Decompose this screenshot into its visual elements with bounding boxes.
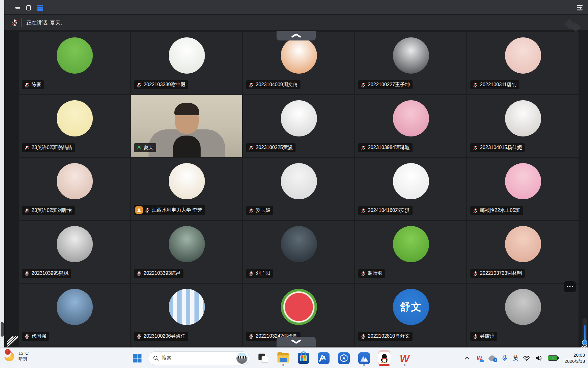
participant-tile[interactable]: 2022103242邵淦圆 xyxy=(243,284,354,346)
participant-tile[interactable]: 23英语02班谢晶晶 xyxy=(19,95,130,157)
participant-avatar: 舒文 xyxy=(393,289,429,325)
participant-avatar xyxy=(505,289,541,325)
participant-tile[interactable]: 刘子阳 xyxy=(243,221,354,283)
participant-tile[interactable]: 谢晴羽 xyxy=(355,221,466,283)
tray-chevron-up-icon[interactable] xyxy=(463,355,471,362)
divider xyxy=(21,18,22,27)
start-button[interactable] xyxy=(132,353,142,363)
participant-name: 2022102810肖舒文 xyxy=(368,333,410,339)
scroll-previous-page-button[interactable] xyxy=(277,31,316,40)
task-view-icon[interactable] xyxy=(257,350,269,366)
mic-muted-icon xyxy=(360,334,366,339)
app-a-hex-icon[interactable]: A xyxy=(338,350,350,366)
mic-muted-icon xyxy=(248,208,254,213)
search-daily-image[interactable] xyxy=(236,353,247,364)
participant-name: 2023103984谭琳璇 xyxy=(368,144,410,151)
participant-tile[interactable]: 2023103995熊枫 xyxy=(19,221,130,283)
participant-avatar xyxy=(169,289,205,325)
qq-icon[interactable] xyxy=(378,350,390,366)
participant-label: 郦祯怡22水工05班 xyxy=(470,206,523,215)
participant-tile[interactable]: 2024104160邓安淇 xyxy=(355,158,466,220)
ime-language-indicator[interactable]: 英 xyxy=(513,355,518,362)
meeting-app-icon[interactable] xyxy=(358,350,370,366)
participant-avatar xyxy=(281,100,317,136)
participant-avatar xyxy=(169,163,205,199)
participant-avatar xyxy=(393,100,429,136)
wps-office-icon[interactable]: W xyxy=(398,350,411,366)
layout-switcher-icon[interactable] xyxy=(36,4,44,12)
battery-charging-icon[interactable]: ⚡ xyxy=(547,355,559,362)
scroll-next-page-button[interactable] xyxy=(277,337,316,347)
annotation-pen-tool[interactable] xyxy=(582,318,587,346)
participant-name: 2024104160邓安淇 xyxy=(368,207,410,214)
wifi-icon[interactable] xyxy=(523,355,530,362)
participant-label: 谢晴羽 xyxy=(358,269,385,278)
microsoft-store-icon[interactable] xyxy=(297,350,310,366)
tray-microphone-icon[interactable] xyxy=(501,355,508,362)
participant-name: 代国强 xyxy=(32,333,46,339)
participant-tile[interactable]: 2022103723谢林翔 xyxy=(467,221,579,283)
participant-tile[interactable]: 2023104009周文倩 xyxy=(243,32,354,94)
participant-tile[interactable]: 2023103984谭琳璇 xyxy=(355,95,466,157)
participant-tile[interactable]: 2022103393陈昌 xyxy=(131,221,242,283)
mic-muted-icon xyxy=(24,208,30,213)
participant-tile[interactable]: 23英语02班刘昕怡 xyxy=(19,158,130,220)
app-a-slash-icon[interactable]: A xyxy=(318,350,330,366)
background-window-edge xyxy=(0,0,4,347)
participant-tile[interactable]: 2023100206吴淑任 xyxy=(131,284,242,346)
mic-muted-icon xyxy=(473,271,478,276)
mic-muted-icon xyxy=(24,82,30,88)
mic-muted-icon xyxy=(248,334,254,339)
participant-label: 23英语02班刘昕怡 xyxy=(22,206,75,215)
search-icon xyxy=(153,355,159,361)
participant-tile[interactable]: 2022103239谢中毅 xyxy=(131,32,242,94)
mic-muted-icon xyxy=(473,208,478,213)
watermark-logo xyxy=(564,19,582,32)
participant-name: 刘子阳 xyxy=(256,270,270,277)
participant-tile[interactable]: 2022100227王子坤 xyxy=(355,32,466,94)
cloud-sync-info-icon[interactable]: i xyxy=(488,355,496,361)
minimize-button[interactable] xyxy=(14,4,22,12)
background-scrollbar-thumb[interactable] xyxy=(1,322,4,337)
participant-tile[interactable]: 吴谦淳 xyxy=(467,284,579,346)
participant-tile[interactable]: 2023100225黄浚 xyxy=(243,95,354,157)
participant-tile[interactable]: 郦祯怡22水工05班 xyxy=(467,158,579,220)
participant-tile[interactable]: 舒文 2022102810肖舒文 xyxy=(355,284,466,346)
participant-avatar xyxy=(393,163,429,199)
participant-label: 2022103393陈昌 xyxy=(134,269,183,278)
volume-icon[interactable] xyxy=(535,355,542,362)
participant-tile[interactable]: 罗玉媚 xyxy=(243,158,354,220)
participant-label: 23英语02班谢晶晶 xyxy=(22,143,75,152)
collapse-panel-icon[interactable] xyxy=(576,4,584,12)
participant-tile[interactable]: 2023104015杨佳妮 xyxy=(467,95,579,157)
weather-widget[interactable]: 1 13°C 晴朗 xyxy=(4,350,29,362)
svg-text:A: A xyxy=(342,356,345,361)
clock[interactable]: 20:03 2026/3/13 xyxy=(564,352,585,364)
participant-label: 2022103239谢中毅 xyxy=(134,80,188,89)
participant-avatar xyxy=(169,37,205,74)
resize-handle-icon[interactable] xyxy=(7,336,19,348)
meeting-titlebar xyxy=(4,0,588,15)
time: 20:03 xyxy=(564,352,585,358)
mic-muted-icon xyxy=(11,19,18,27)
participant-name: 郦祯怡22水工05班 xyxy=(480,207,520,214)
more-options-button[interactable] xyxy=(564,281,576,292)
wps-cloud-icon[interactable]: W xyxy=(475,355,483,362)
system-tray: W i 英 ⚡ 20:03 2026/3/13 xyxy=(463,348,585,368)
mic-muted-icon xyxy=(136,334,142,339)
participant-tile[interactable]: 江西水利电力大学 李芳 xyxy=(131,158,242,220)
maximize-button[interactable] xyxy=(24,4,32,12)
active-speaker-bar: 正在讲话: 夏天; xyxy=(4,15,588,30)
participant-tile[interactable]: 代国强 xyxy=(19,284,130,346)
mic-active-icon xyxy=(136,145,142,151)
participant-tile[interactable]: 夏天 xyxy=(131,95,242,157)
clear-night-weather-icon: 1 xyxy=(4,350,16,362)
file-explorer-icon[interactable] xyxy=(277,350,289,366)
participant-avatar xyxy=(393,37,429,74)
participant-tile[interactable]: 2022100311唐钊 xyxy=(467,32,579,94)
date: 2026/3/13 xyxy=(564,358,585,364)
participant-tile[interactable]: 陈豪 xyxy=(19,32,130,94)
search-input[interactable]: 搜索 xyxy=(148,351,249,365)
mic-muted-icon xyxy=(248,82,254,88)
participant-name: 2022103393陈昌 xyxy=(144,270,181,277)
